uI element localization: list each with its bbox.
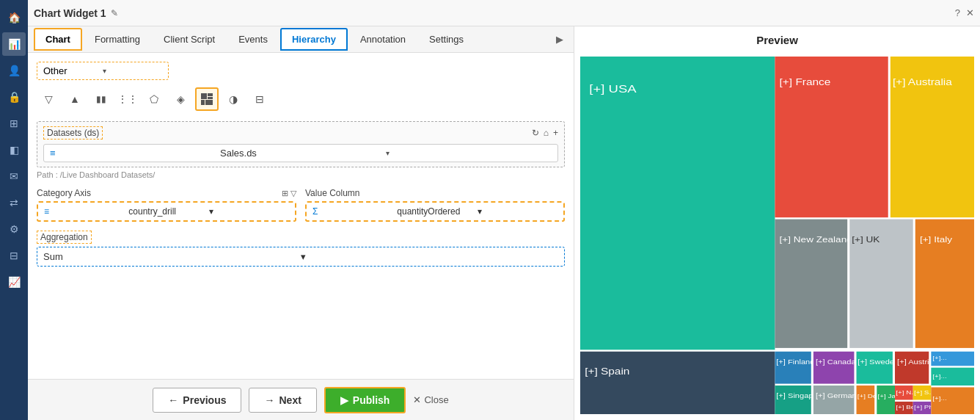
datasets-header: Datasets (ds) ↻ ⌂ + bbox=[43, 126, 558, 140]
chart-icon-filter[interactable]: ▽ bbox=[37, 87, 60, 111]
category-axis-label: Category Axis bbox=[37, 188, 91, 198]
svg-text:[+] Austria: [+] Austria bbox=[897, 358, 934, 366]
chevron-down-icon: ▾ bbox=[103, 67, 162, 75]
tab-settings[interactable]: Settings bbox=[418, 29, 475, 50]
chart-icon-treemap[interactable] bbox=[195, 87, 219, 111]
sidebar-lock-icon[interactable]: 🔒 bbox=[2, 85, 26, 109]
dataset-item[interactable]: ≡ Sales.ds ▾ bbox=[43, 144, 558, 162]
value-column-chevron-icon: ▾ bbox=[478, 206, 557, 217]
dataset-table-icon: ≡ bbox=[50, 148, 216, 159]
chart-icon-pentagon[interactable]: ⬠ bbox=[142, 87, 166, 111]
sidebar-data-icon[interactable]: ⊟ bbox=[2, 244, 26, 267]
datasets-label: Datasets (ds) bbox=[43, 126, 103, 140]
svg-rect-23 bbox=[857, 352, 893, 384]
chart-icon-scatter[interactable]: ⋮⋮ bbox=[116, 87, 139, 111]
chart-icon-gauge[interactable]: ◑ bbox=[222, 87, 245, 111]
value-column-group: Value Column Σ quantityOrdered ▾ bbox=[305, 188, 565, 222]
category-axis-chevron-icon: ▾ bbox=[209, 206, 289, 217]
value-column-header: Value Column bbox=[305, 188, 565, 198]
tab-hierarchy[interactable]: Hierarchy bbox=[280, 28, 348, 51]
tab-chart[interactable]: Chart bbox=[34, 28, 82, 51]
publish-play-icon: ▶ bbox=[340, 394, 348, 406]
tabs-bar: Chart Formatting Client Script Events Hi… bbox=[28, 26, 574, 53]
svg-rect-25 bbox=[895, 352, 929, 384]
svg-text:[+] New Zealand: [+] New Zealand bbox=[780, 236, 852, 245]
sidebar-analytics-icon[interactable]: 📈 bbox=[2, 270, 26, 294]
chart-type-row: Other ▾ bbox=[37, 62, 565, 80]
dataset-name: Sales.ds bbox=[220, 148, 386, 159]
window-title: Chart Widget 1 bbox=[34, 7, 106, 19]
category-axis-icons: ⊞ ▽ bbox=[282, 189, 296, 198]
value-column-sigma-icon: Σ bbox=[312, 206, 392, 217]
chart-icons-row: ▽ ▲ ▮▮ ⋮⋮ ⬠ ◈ ◑ bbox=[37, 87, 565, 111]
prev-arrow-icon: ← bbox=[168, 394, 178, 406]
next-arrow-icon: → bbox=[264, 394, 274, 406]
svg-text:[+] Australia: [+] Australia bbox=[893, 77, 952, 87]
chart-type-dropdown[interactable]: Other ▾ bbox=[37, 62, 169, 80]
aggregation-box: Aggregation Sum ▾ bbox=[37, 231, 565, 267]
svg-text:[+] Italy: [+] Italy bbox=[920, 236, 953, 245]
sidebar-table-icon[interactable]: ⊞ bbox=[2, 112, 26, 135]
category-axis-select[interactable]: ≡ country_drill ▾ bbox=[37, 201, 296, 222]
title-bar-actions: ? ✕ bbox=[955, 7, 974, 18]
svg-text:[+] Finland: [+] Finland bbox=[776, 358, 814, 366]
help-icon[interactable]: ? bbox=[955, 7, 960, 18]
treemap-container: [+] USA [+] France [+] Australia [+] New… bbox=[574, 54, 980, 420]
sidebar-settings-icon[interactable]: ⚙ bbox=[2, 217, 26, 241]
tab-formatting[interactable]: Formatting bbox=[84, 29, 151, 50]
split-layout: Chart Formatting Client Script Events Hi… bbox=[28, 26, 980, 420]
sidebar-chart-icon[interactable]: 📊 bbox=[2, 32, 26, 56]
svg-text:[+] France: [+] France bbox=[780, 77, 831, 87]
svg-rect-31 bbox=[857, 385, 875, 414]
close-x-icon: ✕ bbox=[413, 394, 421, 405]
svg-rect-3 bbox=[201, 100, 205, 105]
aggregation-select[interactable]: Sum ▾ bbox=[37, 247, 565, 267]
svg-text:[+]...: [+]... bbox=[932, 373, 946, 380]
tab-events[interactable]: Events bbox=[227, 29, 279, 50]
fields-row: Category Axis ⊞ ▽ ≡ country_drill ▾ bbox=[37, 188, 565, 222]
sidebar-mail-icon[interactable]: ✉ bbox=[2, 164, 26, 188]
sidebar-user-icon[interactable]: 👤 bbox=[2, 59, 26, 82]
tab-client-script[interactable]: Client Script bbox=[153, 29, 226, 50]
svg-text:[+]...: [+]... bbox=[932, 355, 946, 361]
publish-button[interactable]: ▶ Publish bbox=[324, 387, 406, 413]
add-dataset-icon[interactable]: + bbox=[553, 128, 558, 138]
next-button[interactable]: → Next bbox=[249, 388, 316, 413]
close-button[interactable]: ✕ Close bbox=[413, 394, 448, 405]
chart-icon-bar[interactable]: ▮▮ bbox=[89, 87, 113, 111]
category-axis-header: Category Axis ⊞ ▽ bbox=[37, 188, 296, 198]
aggregation-chevron-icon: ▾ bbox=[301, 251, 558, 262]
aggregation-value: Sum bbox=[43, 251, 301, 262]
svg-rect-4 bbox=[205, 100, 213, 105]
edit-icon[interactable]: ✎ bbox=[111, 8, 118, 18]
panel-content: Other ▾ ▽ ▲ ▮▮ ⋮⋮ ⬠ ◈ bbox=[28, 53, 574, 379]
sidebar-layers-icon[interactable]: ◧ bbox=[2, 138, 26, 162]
chart-type-label: Other bbox=[43, 65, 103, 76]
chart-icon-tile[interactable]: ⊟ bbox=[248, 87, 271, 111]
value-column-select[interactable]: Σ quantityOrdered ▾ bbox=[305, 201, 565, 222]
sidebar-link-icon[interactable]: ⇄ bbox=[2, 191, 26, 214]
chart-icon-triangle[interactable]: ▲ bbox=[63, 87, 87, 111]
tab-arrow-icon[interactable]: ▶ bbox=[552, 31, 568, 48]
home-icon[interactable]: ⌂ bbox=[544, 128, 549, 138]
bottom-toolbar: ← Previous → Next ▶ Publish ✕ Close bbox=[28, 379, 574, 420]
svg-rect-27 bbox=[775, 385, 811, 414]
svg-rect-0 bbox=[201, 93, 207, 99]
svg-text:[+] USA: [+] USA bbox=[589, 83, 637, 95]
previous-button[interactable]: ← Previous bbox=[153, 388, 241, 413]
value-column-value: quantityOrdered bbox=[397, 206, 477, 217]
category-axis-filter-icon[interactable]: ▽ bbox=[290, 189, 296, 198]
svg-text:[+] Spain: [+] Spain bbox=[585, 366, 629, 377]
svg-rect-19 bbox=[775, 352, 811, 384]
svg-text:[+] Germany: [+] Germany bbox=[816, 392, 860, 399]
svg-rect-29 bbox=[813, 385, 855, 414]
svg-rect-2 bbox=[208, 97, 213, 99]
svg-text:[+]...: [+]... bbox=[932, 395, 946, 402]
svg-rect-17 bbox=[580, 352, 775, 414]
tab-annotation[interactable]: Annotation bbox=[349, 29, 417, 50]
close-icon[interactable]: ✕ bbox=[966, 7, 974, 18]
chart-icon-radar[interactable]: ◈ bbox=[169, 87, 192, 111]
category-axis-grid-icon[interactable]: ⊞ bbox=[282, 189, 288, 198]
refresh-icon[interactable]: ↻ bbox=[532, 128, 539, 138]
sidebar-home-icon[interactable]: 🏠 bbox=[2, 6, 26, 29]
